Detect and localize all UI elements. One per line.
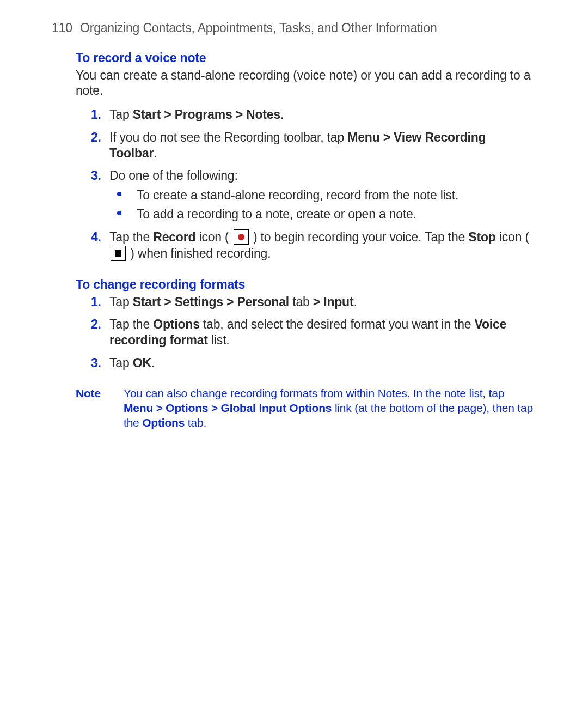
step-3: 3. Tap OK. [91,355,536,371]
step-text: Tap Start > Settings > Personal tab > In… [109,295,357,309]
steps-list-record: 1. Tap Start > Programs > Notes. 2. If y… [76,107,536,262]
step-2: 2. Tap the Options tab, and select the d… [91,317,536,349]
note-body: You can also change recording formats fr… [124,386,536,430]
step-text: Tap OK. [109,356,155,370]
step-number: 1. [91,294,101,310]
step-1: 1. Tap Start > Settings > Personal tab >… [91,294,536,310]
step-text: Do one of the following: [109,168,238,183]
step-number: 2. [91,317,101,332]
stop-icon [111,246,126,261]
intro-paragraph: You can create a stand-alone recording (… [76,68,536,98]
content-block: To record a voice note You can create a … [52,51,536,430]
page-header: 110 Organizing Contacts, Appointments, T… [52,21,536,35]
steps-list-formats: 1. Tap Start > Settings > Personal tab >… [76,294,536,372]
note-label: Note [76,386,124,430]
record-icon [234,229,249,245]
step-4: 4. Tap the Record icon ( ) to begin reco… [91,229,536,262]
step-number: 3. [91,168,101,184]
step-number: 1. [91,107,101,123]
step-text: Tap the Options tab, and select the desi… [109,317,506,347]
step-number: 4. [91,229,101,245]
step-number: 2. [91,130,101,145]
bullet-item: To create a stand-alone recording, recor… [117,187,536,203]
bullet-item: To add a recording to a note, create or … [117,206,536,222]
section-heading-record: To record a voice note [76,51,536,65]
header-title: Organizing Contacts, Appointments, Tasks… [80,21,437,35]
step-1: 1. Tap Start > Programs > Notes. [91,107,536,123]
step-number: 3. [91,355,101,371]
sub-bullets: To create a stand-alone recording, recor… [109,187,536,223]
step-text: Tap the Record icon ( ) to begin recordi… [109,230,529,260]
bullet-icon [117,192,121,196]
step-text: If you do not see the Recording toolbar,… [109,130,486,160]
note-block: Note You can also change recording forma… [76,386,536,430]
step-3: 3. Do one of the following: To create a … [91,168,536,222]
section-heading-formats: To change recording formats [76,277,536,292]
page-number: 110 [52,21,72,35]
step-2: 2. If you do not see the Recording toolb… [91,130,536,162]
bullet-icon [117,211,121,215]
step-text: Tap Start > Programs > Notes. [109,107,284,121]
